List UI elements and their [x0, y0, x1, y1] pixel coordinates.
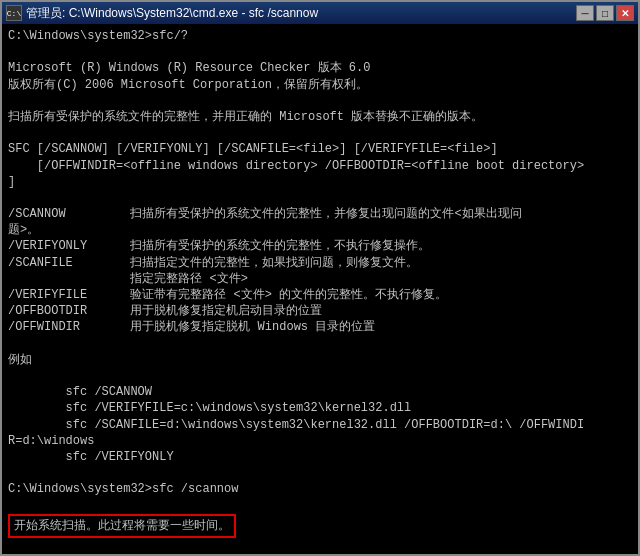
line-blank5	[8, 336, 632, 352]
maximize-button[interactable]: □	[596, 5, 614, 21]
titlebar-buttons: ─ □ ✕	[576, 5, 634, 21]
window: C:\ 管理员: C:\Windows\System32\cmd.exe - s…	[0, 0, 640, 556]
line-blank6	[8, 368, 632, 384]
line-prompt1: C:\Windows\system32>sfc/?	[8, 28, 632, 44]
minimize-button[interactable]: ─	[576, 5, 594, 21]
line-blank3	[8, 125, 632, 141]
line-l15: sfc /VERIFYFILE=c:\windows\system32\kern…	[8, 400, 632, 416]
line-l8: /VERIFYONLY 扫描所有受保护的系统文件的完整性，不执行修复操作。	[8, 238, 632, 254]
line-l5: [/OFFWINDIR=<offline windows directory> …	[8, 158, 632, 174]
line-blank7	[8, 465, 632, 481]
highlight-block: 开始系统扫描。此过程将需要一些时间。	[8, 514, 236, 538]
terminal-area[interactable]: C:\Windows\system32>sfc/? Microsoft (R) …	[2, 24, 638, 554]
line-l18: sfc /VERIFYONLY	[8, 449, 632, 465]
titlebar: C:\ 管理员: C:\Windows\System32\cmd.exe - s…	[2, 2, 638, 24]
line-l7a: /SCANNOW 扫描所有受保护的系统文件的完整性，并修复出现问题的文件<如果出…	[8, 206, 632, 222]
line-l1: Microsoft (R) Windows (R) Resource Check…	[8, 60, 632, 76]
line-l6: ]	[8, 174, 632, 190]
line-prompt2: C:\Windows\system32>sfc /scannow	[8, 481, 632, 497]
line-l11: /OFFBOOTDIR 用于脱机修复指定机启动目录的位置	[8, 303, 632, 319]
line-l14: sfc /SCANNOW	[8, 384, 632, 400]
line-blank8	[8, 497, 632, 513]
line-l13: 例如	[8, 352, 632, 368]
window-title: 管理员: C:\Windows\System32\cmd.exe - sfc /…	[26, 5, 318, 22]
titlebar-left: C:\ 管理员: C:\Windows\System32\cmd.exe - s…	[6, 5, 318, 22]
line-l10: /VERIFYFILE 验证带有完整路径 <文件> 的文件的完整性。不执行修复。	[8, 287, 632, 303]
line-blank9	[8, 542, 632, 554]
line-l3: 扫描所有受保护的系统文件的完整性，并用正确的 Microsoft 版本替换不正确…	[8, 109, 632, 125]
line-blank4	[8, 190, 632, 206]
line-l7b: 题>。	[8, 222, 632, 238]
line-blank1	[8, 44, 632, 60]
close-button[interactable]: ✕	[616, 5, 634, 21]
line-l12: /OFFWINDIR 用于脱机修复指定脱机 Windows 目录的位置	[8, 319, 632, 335]
line-l16: sfc /SCANFILE=d:\windows\system32\kernel…	[8, 417, 632, 433]
cmd-icon: C:\	[6, 5, 22, 21]
line-l2: 版权所有(C) 2006 Microsoft Corporation，保留所有权…	[8, 77, 632, 93]
line-l9b: 指定完整路径 <文件>	[8, 271, 632, 287]
line-l9a: /SCANFILE 扫描指定文件的完整性，如果找到问题，则修复文件。	[8, 255, 632, 271]
line-l4: SFC [/SCANNOW] [/VERIFYONLY] [/SCANFILE=…	[8, 141, 632, 157]
line-hl1: 开始系统扫描。此过程将需要一些时间。	[14, 518, 230, 534]
line-blank2	[8, 93, 632, 109]
line-l17: R=d:\windows	[8, 433, 632, 449]
